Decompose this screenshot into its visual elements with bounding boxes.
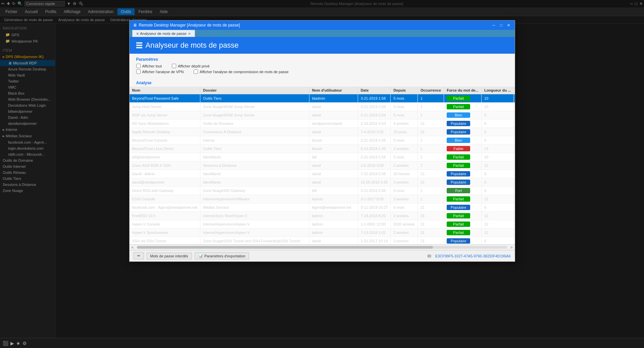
table-row[interactable]: facebook.com - Agent@windjammer.netMédia… [130, 203, 515, 212]
modal-tab-analyseur[interactable]: ≡ Analyseur de mots de passe ✕ [132, 30, 195, 37]
modal-minimize-btn[interactable]: ─ [491, 23, 497, 28]
cell-force: Faible [444, 145, 482, 153]
tb-bottom-icon-1[interactable]: ⬛ [3, 341, 8, 346]
cell-nom: bill@windjammer [130, 153, 200, 161]
cell-dossier: Zone Nuage\RDM Jump Server [200, 103, 309, 111]
scroll-right-btn[interactable]: > [508, 245, 514, 249]
checkbox-afficher-vpn[interactable] [136, 69, 141, 74]
cell-nom: facebook.com - Agent@windjammer.net [130, 203, 200, 212]
table-row[interactable]: RDP via Jump ServerZone Nuage\RDM Jump S… [130, 111, 515, 119]
table-row[interactable]: David - AdminIdentifiantsdavid7-22-2019 … [130, 170, 515, 178]
table-row[interactable]: Hyper-V ConsoleInterne\Hypervisors\Hyper… [130, 220, 515, 229]
cell-occurrence: 21 [418, 178, 444, 187]
tab-close-btn[interactable]: ✕ [188, 32, 191, 36]
cell-date: 1-31-2017 10:14 [358, 237, 391, 245]
table-row[interactable]: AD Sync WorkstationsOutils de Domainewin… [130, 119, 515, 128]
force-badge: Populaire [447, 238, 470, 244]
table-row[interactable]: Direct RDS with GatewayZone Nuage\RD Gat… [130, 187, 515, 195]
table-row[interactable]: ESXI ConsoleInterne\Hypervisors\VMwarela… [130, 195, 515, 203]
cell-occurrence: 31 [418, 229, 444, 237]
table-row[interactable]: FreeBSD 10.3Interne\Sync Root\Hyper-Vlad… [130, 212, 515, 220]
table-row[interactable]: Apple Remote DesktopConnexions À Distanc… [130, 128, 515, 136]
force-badge: Bien [447, 138, 470, 143]
col-expiration[interactable]: Expiration ▲ [514, 87, 515, 94]
modal-title-icon: 🖥 [133, 23, 137, 28]
cell-force: Populaire [444, 178, 482, 187]
cell-force: Parfait [444, 103, 482, 111]
cell-expiration [514, 111, 515, 119]
checkbox-afficher-compromission[interactable] [194, 69, 198, 74]
tb-bottom-icon-4[interactable]: ⚙ [22, 341, 27, 346]
table-row[interactable]: BeyondTrust ConsoleInternebtuser3-21-201… [130, 136, 515, 145]
col-username[interactable]: Nom d'utilisateur [309, 87, 358, 94]
cell-force: Populaire [444, 203, 482, 212]
cell-dossier: Interne\Sync Root\Hyper-V [200, 212, 309, 220]
col-force[interactable]: Force du mot de... [444, 87, 482, 94]
cell-longueur: 6 [481, 136, 513, 145]
cell-occurrence: 1 [418, 111, 444, 119]
cell-expiration [514, 161, 515, 170]
cell-nom: AD Sync Workstations [130, 119, 200, 128]
checkbox-afficher-depot[interactable] [172, 64, 176, 68]
col-depuis[interactable]: Depuis [391, 87, 418, 94]
table-row[interactable]: david@windjammerIdentifiantsdavid10-26-2… [130, 178, 515, 187]
cell-username: btuser [309, 136, 358, 145]
cell-nom: Jump Host Server [130, 103, 200, 111]
force-badge: Parfait [447, 163, 470, 168]
cell-longueur: 12 [481, 212, 513, 220]
param-afficher-depot[interactable]: Afficher dépôt privé [172, 64, 210, 68]
modal-maximize-btn[interactable]: □ [499, 23, 504, 28]
export-icon: 📊 [198, 254, 203, 258]
table-row[interactable]: bill@windjammerIdentifiantsbill3-21-2019… [130, 153, 515, 161]
cell-longueur: 12 [481, 229, 513, 237]
col-dossier[interactable]: Dossier [200, 87, 309, 94]
cell-username: btadmin [309, 94, 358, 103]
cell-longueur: 6 [481, 203, 513, 212]
cell-username: btuser [309, 145, 358, 153]
data-table-container[interactable]: Nom Dossier Nom d'utilisateur Date Depui… [130, 87, 515, 244]
col-occurrence[interactable]: Occurrence [418, 87, 444, 94]
cell-expiration [514, 178, 515, 187]
table-row[interactable]: Cisco ASA 5506-X SSHSessions à Distanced… [130, 161, 515, 170]
cell-depuis: 5 mois [391, 111, 418, 119]
checkbox-afficher-tout[interactable] [136, 64, 141, 68]
cell-depuis: 2020 années [391, 220, 418, 229]
param-afficher-compromission[interactable]: Afficher l'analyse de compromission de m… [194, 69, 289, 74]
cell-occurrence: 1 [418, 195, 444, 203]
table-row[interactable]: SSH via SSH TunnelZone Nuage\SSH Tunnel … [130, 237, 515, 245]
tb-bottom-icon-3[interactable]: ★ [16, 341, 20, 346]
cell-date: 7-13-2018 1:02 [358, 229, 391, 237]
forbidden-label: Mots de passe interdits [150, 254, 188, 258]
label-afficher-vpn: Afficher l'analyse de VPN [142, 70, 184, 74]
table-row[interactable]: BeyondTrust Password SafeOutils Tiersbta… [130, 94, 515, 103]
cell-username: david [309, 170, 358, 178]
cell-dossier: Interne\Hypervisors\Hyper-V [200, 220, 309, 229]
table-row[interactable]: Hyper-V SynchronizerInterne\Hypervisors\… [130, 229, 515, 237]
table-row[interactable]: Jump Host ServerZone Nuage\RDM Jump Serv… [130, 103, 515, 111]
export-btn[interactable]: 📊 Paramètres d'exportation [195, 252, 249, 259]
cell-depuis: 5 mois [391, 203, 418, 212]
scroll-left-btn[interactable]: < [130, 245, 136, 249]
tb-bottom-icon-2[interactable]: ▶ [10, 341, 14, 346]
cell-date: 1-1-0001 12:00 [358, 220, 391, 229]
param-afficher-vpn[interactable]: Afficher l'analyse de VPN [136, 69, 184, 74]
col-date[interactable]: Date [358, 87, 391, 94]
cell-date: 5-14-2018 1:45 [358, 145, 391, 153]
edit-btn[interactable]: ✏ [134, 252, 144, 259]
cell-date: 10-26-2016 3:45 [358, 178, 391, 187]
param-afficher-tout[interactable]: Afficher tout [136, 64, 162, 68]
params-row-2: Afficher l'analyse de VPN Afficher l'ana… [136, 69, 508, 74]
modal-close-btn[interactable]: ✕ [506, 23, 511, 28]
col-nom[interactable]: Nom [130, 87, 200, 94]
col-longueur[interactable]: Longueur du ... [481, 87, 513, 94]
table-row[interactable]: BeyondTrust Linux DirectOutils Tiersbtus… [130, 145, 515, 153]
forbidden-btn[interactable]: Mots de passe interdits [147, 253, 192, 259]
cell-occurrence: 21 [418, 128, 444, 136]
cell-force: Bien [444, 136, 482, 145]
tab-icon: ≡ [137, 32, 139, 36]
cell-force: Parfait [444, 229, 482, 237]
force-badge: Parfait [447, 213, 470, 218]
cell-occurrence: 21 [418, 203, 444, 212]
cell-username: bill [309, 153, 358, 161]
taskbar-bottom: ⬛ ▶ ★ ⚙ [0, 338, 644, 348]
